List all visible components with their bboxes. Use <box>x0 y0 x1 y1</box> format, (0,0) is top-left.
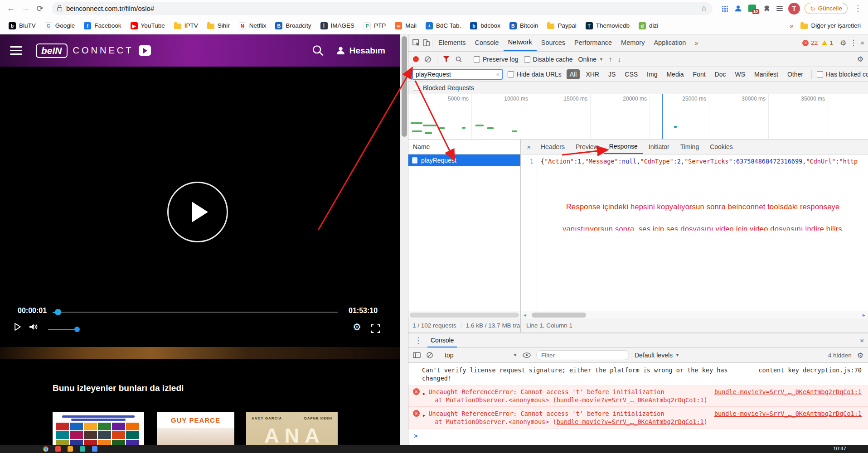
log-levels-dropdown[interactable]: Default levels▼ <box>635 352 679 359</box>
taskbar-icon[interactable] <box>92 446 97 452</box>
player-settings-icon[interactable]: ⚙ <box>353 322 361 333</box>
preserve-log-checkbox[interactable]: Preserve log <box>474 56 519 63</box>
bookmark-google[interactable]: GGoogle <box>41 20 79 31</box>
javascript-context-dropdown[interactable]: top▼ <box>445 352 517 359</box>
address-bar[interactable]: beinconnect.com.tr/film/oslo# ☆ <box>52 2 713 15</box>
bookmark-bdc-tab-[interactable]: +BdC Tab. <box>422 20 465 31</box>
scroll-left-icon[interactable]: ◄ <box>523 313 527 318</box>
devtools-menu-icon[interactable]: ⋮ <box>848 38 859 48</box>
seek-handle[interactable] <box>55 309 61 315</box>
filter-type-js[interactable]: JS <box>605 69 619 79</box>
scrollbar-thumb[interactable] <box>532 313 586 318</box>
detail-tab-cookies[interactable]: Cookies <box>704 140 738 154</box>
bookmark-broadcity[interactable]: BBroadcity <box>271 20 315 31</box>
other-bookmarks-button[interactable]: Diğer yer işaretleri <box>798 22 863 29</box>
more-tabs-icon[interactable]: » <box>692 39 701 47</box>
export-har-icon[interactable]: ↓ <box>617 55 621 63</box>
taskbar-icon[interactable] <box>68 446 73 452</box>
filter-funnel-icon[interactable] <box>443 56 450 63</box>
device-toolbar-icon[interactable] <box>422 39 431 47</box>
response-content[interactable]: {"Action":1,"Message":null,"CdnType":2,"… <box>541 158 858 165</box>
url-text[interactable]: beinconnect.com.tr/film/oslo# <box>66 5 154 12</box>
detail-tab-response[interactable]: Response <box>604 140 643 154</box>
inspect-element-icon[interactable] <box>412 39 421 47</box>
scroll-right-icon[interactable]: ► <box>862 313 866 318</box>
filter-type-doc[interactable]: Doc <box>712 69 729 79</box>
search-network-icon[interactable] <box>455 56 462 63</box>
bookmark-bitcoin[interactable]: BBitcoin <box>505 20 543 31</box>
bookmark-star-icon[interactable]: ☆ <box>701 4 707 13</box>
puzzle-extensions-icon[interactable] <box>762 5 770 12</box>
bookmark-bdcbox[interactable]: bbdcbox <box>466 20 504 31</box>
bookmark-themoviedb[interactable]: TThemoviedb <box>582 20 634 31</box>
expand-caret-icon[interactable]: ▶ <box>423 411 425 426</box>
bookmark-youtube[interactable]: ▶YouTube <box>126 20 169 31</box>
fullscreen-icon[interactable] <box>371 324 380 333</box>
detail-tab-timing[interactable]: Timing <box>675 140 705 154</box>
avatar[interactable]: T <box>788 3 800 14</box>
has-blocked-cookies-checkbox[interactable]: Has blocked cookies <box>817 71 868 78</box>
list-extension-icon[interactable] <box>776 5 783 12</box>
scrollbar-thumb[interactable] <box>402 36 407 137</box>
network-filter-input[interactable] <box>416 71 494 78</box>
record-icon[interactable] <box>413 56 419 62</box>
filter-type-manifest[interactable]: Manifest <box>751 69 781 79</box>
name-column-header[interactable]: Name <box>408 140 520 154</box>
console-source-link[interactable]: content_key_decryption.js:70 <box>750 366 862 382</box>
filter-type-xhr[interactable]: XHR <box>582 69 602 79</box>
console-prompt[interactable]: > <box>408 429 868 443</box>
back-icon[interactable]: ← <box>5 2 17 15</box>
person-extension-icon[interactable] <box>734 5 742 12</box>
console-close-icon[interactable]: × <box>860 337 864 344</box>
console-filter-input[interactable] <box>541 352 624 359</box>
devtools-tab-sources[interactable]: Sources <box>537 34 570 51</box>
search-icon[interactable] <box>312 44 324 57</box>
filter-type-font[interactable]: Font <box>690 69 709 79</box>
volume-slider[interactable] <box>48 329 76 330</box>
devtools-tab-application[interactable]: Application <box>649 34 690 51</box>
console-menu-icon[interactable]: ⋮ <box>412 336 424 345</box>
apps-grid-icon[interactable] <box>722 5 728 12</box>
bookmark-mail[interactable]: cpMail <box>391 20 421 31</box>
blocked-requests-checkbox[interactable]: Blocked Requests <box>414 84 474 92</box>
volume-handle[interactable] <box>74 327 80 332</box>
close-detail-icon[interactable]: × <box>523 143 535 151</box>
devtools-tab-elements[interactable]: Elements <box>434 34 470 51</box>
page-scrollbar[interactable] <box>400 34 408 453</box>
devtools-close-icon[interactable]: × <box>860 39 864 47</box>
bookmark-blutv[interactable]: bBluTV <box>5 20 40 31</box>
console-source-link[interactable]: bundle-movie?v=SrrV_…_0KeAntmbq2rDqCo1:1 <box>706 388 862 396</box>
scrollbar-thumb[interactable] <box>410 313 519 318</box>
tab-console[interactable]: Console <box>427 333 457 347</box>
stack-source-link[interactable]: bundle-movie?v=SrrV_…_0KeAntmbq2rDqCo1:1 <box>557 396 704 404</box>
clear-console-icon[interactable] <box>426 352 433 359</box>
player-play-icon[interactable] <box>14 323 21 331</box>
bein-connect-logo[interactable]: beIN CONNECT <box>36 43 151 58</box>
bookmark-dizi[interactable]: ddizi <box>635 20 662 31</box>
console-settings-icon[interactable]: ⚙ <box>857 351 863 360</box>
forward-icon[interactable]: → <box>19 2 32 15</box>
play-button[interactable] <box>167 182 228 242</box>
devtools-tab-console[interactable]: Console <box>470 34 503 51</box>
taskbar-icon[interactable] <box>43 446 48 452</box>
bookmark-i-ptv[interactable]: İPTV <box>170 20 202 31</box>
volume-icon[interactable] <box>29 323 38 330</box>
detail-tab-headers[interactable]: Headers <box>535 140 570 154</box>
expand-caret-icon[interactable]: ▶ <box>423 390 425 404</box>
seek-bar[interactable] <box>53 312 338 313</box>
throttling-dropdown[interactable]: Online▼ <box>578 56 603 63</box>
bookmark-ptp[interactable]: PPTP <box>359 20 390 31</box>
console-sidebar-icon[interactable] <box>413 352 421 358</box>
bookmarks-overflow-icon[interactable]: » <box>785 22 798 29</box>
stack-source-link[interactable]: bundle-movie?v=SrrV_…_0KeAntmbq2rDqCo1:1 <box>557 418 704 425</box>
bookmark-facebook[interactable]: fFacebook <box>80 20 125 31</box>
bookmark-paypal[interactable]: Paypal <box>543 20 580 31</box>
clear-icon[interactable] <box>424 56 432 63</box>
detail-tab-preview[interactable]: Preview <box>570 140 604 154</box>
devtools-tab-network[interactable]: Network <box>504 34 537 51</box>
update-chrome-button[interactable]: ↻ Güncelle <box>805 3 848 14</box>
taskbar-icon[interactable] <box>55 446 61 452</box>
filter-type-all[interactable]: All <box>567 69 580 79</box>
extension-icon[interactable]: 10 <box>748 5 756 12</box>
browser-menu-icon[interactable]: ⋮ <box>852 4 863 13</box>
